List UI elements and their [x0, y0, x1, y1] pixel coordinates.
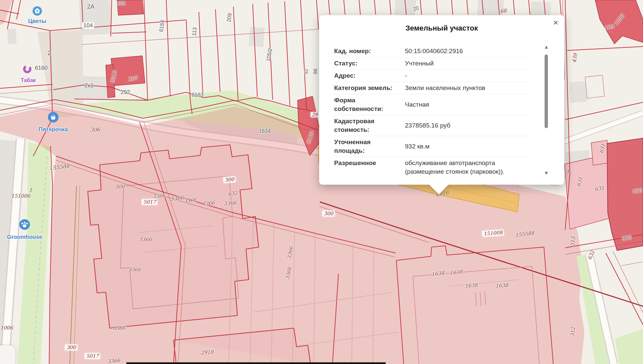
scroll-down-icon[interactable]: ▼ — [544, 171, 548, 175]
map-label: 2 — [48, 50, 51, 57]
row-label: Кад. номер: — [334, 47, 399, 55]
row-label: Форма собственности: — [334, 96, 399, 113]
popup-tail — [429, 184, 449, 194]
map-label: 6163 — [192, 92, 203, 98]
map-label: 113 — [191, 27, 198, 36]
popup-row-ownership: Форма собственности: Частная — [334, 94, 529, 115]
building — [249, 27, 265, 47]
row-label: Кадастровая стоимость: — [334, 117, 399, 134]
map-label: 2918 — [200, 349, 213, 356]
map-control[interactable] — [0, 345, 15, 364]
map-label: 2к1 — [85, 82, 93, 89]
parcel-631 — [565, 154, 614, 229]
map-label: 1638 — [464, 282, 478, 289]
popup-row-category: Категория земель: Земли населенных пункт… — [334, 82, 529, 94]
map-label: 306 — [90, 127, 100, 133]
map-label: 3366 — [184, 197, 196, 204]
map-label: 312 — [570, 327, 576, 337]
row-value: - — [405, 71, 520, 80]
bottom-bar — [126, 362, 386, 364]
map-label: 3366 — [128, 267, 141, 273]
land-plot-popup: × Земельный участок Кад. номер: 50:15:00… — [319, 15, 564, 185]
row-value: 2378585.16 руб — [405, 121, 520, 130]
map-label: 104 — [82, 22, 94, 29]
map-label: 2А — [87, 3, 94, 10]
map-label: 3 — [566, 169, 569, 175]
building — [7, 29, 17, 45]
parcel-630 — [607, 138, 643, 250]
map-label: 3366 — [152, 193, 165, 200]
map-label: 209 — [226, 13, 233, 22]
map-label: 92 — [303, 68, 309, 74]
row-label: Категория земель: — [334, 84, 399, 92]
row-value: Учтенный — [405, 59, 520, 68]
map-label: 5017 — [142, 199, 157, 205]
flower-pin-icon[interactable] — [32, 6, 42, 17]
map-label: 292 — [121, 89, 130, 96]
popup-row-cad-number: Кад. номер: 50:15:0040602:2916 — [334, 45, 529, 57]
map-label: 29 — [311, 112, 319, 117]
row-value: обслуживание автотранспорта (размещение … — [405, 159, 520, 176]
row-label: Статус: — [334, 59, 399, 68]
row-label: Адрес: — [334, 71, 399, 80]
row-label: Разрешенное — [334, 159, 399, 176]
row-value: Частная — [405, 100, 520, 109]
building — [79, 0, 112, 35]
map-label: 313 — [570, 236, 576, 246]
building — [569, 81, 587, 103]
map-label: 151006 — [11, 193, 30, 199]
map-label: 3366 — [202, 200, 215, 207]
map-label: Пятёрочка — [39, 126, 68, 133]
paw-pin-icon[interactable] — [19, 219, 30, 231]
popup-row-area: Уточненная площадь: 932 кв.м — [334, 136, 529, 157]
map-label: 155 — [117, 0, 125, 6]
map-label: Groomhouse — [7, 234, 42, 240]
map-label: 68 — [500, 8, 507, 14]
row-value: 50:15:0040602:2916 — [405, 47, 520, 55]
popup-row-address: Адрес: - — [334, 70, 529, 82]
crescent-icon[interactable] — [23, 64, 32, 75]
map-label: 3366 — [107, 357, 120, 364]
map-label: Цветы — [28, 18, 47, 25]
map-label: 300 — [322, 211, 335, 217]
scrollbar-thumb[interactable] — [545, 54, 548, 128]
map-label: 300 — [115, 184, 125, 190]
popup-title: Земельный участок — [319, 24, 564, 33]
map-label: 3366 — [223, 200, 236, 207]
map-label: 1638 — [495, 282, 508, 289]
popup-row-cost: Кадастровая стоимость: 2378585.16 руб — [334, 115, 529, 136]
map-label: 3366 — [113, 325, 125, 331]
popup-scrollbar[interactable]: ▲ ▼ — [544, 45, 548, 175]
map-label: 1634 — [259, 128, 271, 134]
basket-pin-icon[interactable] — [48, 112, 59, 124]
row-label: Уточненная площадь: — [334, 138, 399, 155]
map-label: Табак — [21, 77, 36, 83]
map-label: 1006 — [0, 325, 13, 331]
map-label: 3366 — [139, 236, 152, 242]
popup-row-permitted-use: Разрешенное обслуживание автотранспорта … — [334, 157, 529, 178]
map-label: 300 — [223, 176, 236, 183]
map-label: 6160 — [35, 65, 48, 71]
row-value: Земли населенных пунктов — [405, 84, 520, 92]
cadastral-map-page: Цветы2А10415526160Табак50153072к12926164… — [0, 0, 643, 364]
popup-row-status: Статус: Учтенный — [334, 57, 529, 70]
scroll-up-icon[interactable]: ▲ — [544, 45, 548, 49]
map-label: 300 — [65, 344, 77, 350]
row-value: 932 кв.м — [405, 142, 520, 151]
popup-rows: Кад. номер: 50:15:0040602:2916 Статус: У… — [334, 45, 529, 178]
close-icon[interactable]: × — [551, 18, 560, 27]
map-label: 1 — [29, 187, 32, 193]
map-label: 98 — [312, 68, 318, 74]
map-label: 5017 — [85, 353, 100, 359]
